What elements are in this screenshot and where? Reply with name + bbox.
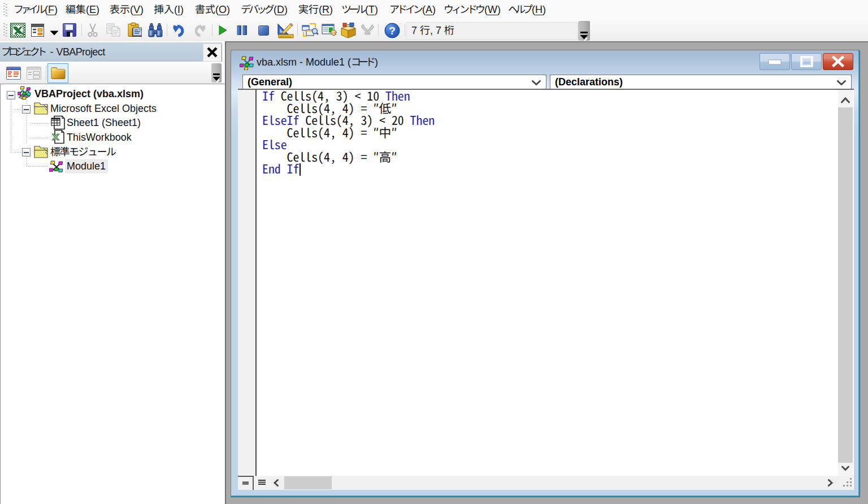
svg-text:?: ? — [389, 25, 396, 37]
